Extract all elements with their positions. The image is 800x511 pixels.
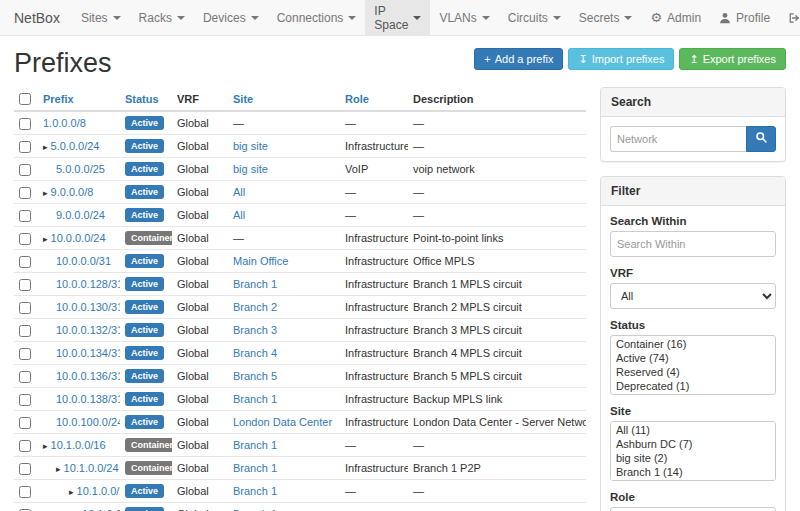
filter-multiselect-role[interactable]: Infrastructure (25)Management (8)Private… — [610, 507, 776, 511]
prefix-link[interactable]: 10.0.0.132/31 — [56, 324, 120, 336]
prefix-link[interactable]: 10.1.0.0/16 — [51, 439, 106, 451]
row-checkbox[interactable] — [19, 302, 31, 314]
prefix-link[interactable]: 10.0.0.136/31 — [56, 370, 120, 382]
row-checkbox[interactable] — [19, 394, 31, 406]
brand[interactable]: NetBox — [10, 0, 72, 35]
prefix-link[interactable]: 9.0.0.0/8 — [51, 186, 94, 198]
button-label: Add a prefix — [495, 53, 554, 65]
sort-link-status[interactable]: Status — [125, 93, 159, 105]
status-badge: Active — [125, 369, 164, 383]
site-link[interactable]: Branch 1 — [233, 485, 277, 497]
prefix-link[interactable]: 10.0.0.130/31 — [56, 301, 120, 313]
row-checkbox[interactable] — [19, 348, 31, 360]
site-link[interactable]: Branch 2 — [233, 301, 277, 313]
row-checkbox[interactable] — [19, 141, 31, 153]
row-checkbox[interactable] — [19, 164, 31, 176]
site-link[interactable]: London Data Center — [233, 416, 332, 428]
nav-item-sites[interactable]: Sites — [72, 0, 130, 35]
description-cell: Branch 1 P2P — [408, 457, 586, 480]
site-cell: — — [228, 111, 340, 135]
prefix-link[interactable]: 10.0.0.128/31 — [56, 278, 120, 290]
nav-item-vlans[interactable]: VLANs — [430, 0, 498, 35]
nav-item-devices[interactable]: Devices — [194, 0, 268, 35]
row-checkbox[interactable] — [19, 325, 31, 337]
main-content: PrefixStatusVRFSiteRoleDescription 1.0.0… — [14, 87, 586, 511]
row-checkbox[interactable] — [19, 486, 31, 498]
add-a-prefix-button[interactable]: +Add a prefix — [474, 48, 563, 70]
vrf-cell: Global — [172, 342, 228, 365]
sort-link-prefix[interactable]: Prefix — [43, 93, 74, 105]
row-checkbox[interactable] — [19, 210, 31, 222]
nav-item-secrets[interactable]: Secrets — [570, 0, 642, 35]
table-row: ▸9.0.0.0/8ActiveGlobalAll—— — [14, 181, 586, 204]
nav-item-circuits[interactable]: Circuits — [499, 0, 570, 35]
nav-item-connections[interactable]: Connections — [268, 0, 366, 35]
vrf-cell: Global — [172, 457, 228, 480]
search-input[interactable] — [610, 126, 746, 152]
site-link[interactable]: Branch 4 — [233, 347, 277, 359]
site-link[interactable]: Branch 1 — [233, 462, 277, 474]
filter-input-search-within[interactable] — [610, 231, 776, 257]
site-link[interactable]: big site — [233, 163, 268, 175]
table-header-row: PrefixStatusVRFSiteRoleDescription — [14, 87, 586, 111]
site-link[interactable]: Main Office — [233, 255, 288, 267]
nav-item-label: Connections — [277, 11, 344, 25]
sort-link-role[interactable]: Role — [345, 93, 369, 105]
status-badge: Active — [125, 254, 164, 268]
row-checkbox[interactable] — [19, 417, 31, 429]
import-prefixes-button[interactable]: ↧Import prefixes — [568, 48, 674, 70]
column-header-role[interactable]: Role — [340, 87, 408, 111]
filter-select-vrf[interactable]: All — [610, 283, 776, 309]
nav-item-log-out[interactable]: Log out — [779, 0, 800, 35]
role-cell: Infrastructure — [340, 296, 408, 319]
row-checkbox[interactable] — [19, 187, 31, 199]
sort-link-site[interactable]: Site — [233, 93, 253, 105]
row-checkbox[interactable] — [19, 440, 31, 452]
site-link[interactable]: Branch 1 — [233, 393, 277, 405]
site-link[interactable]: Branch 1 — [233, 439, 277, 451]
prefix-link[interactable]: 9.0.0.0/24 — [56, 209, 105, 221]
site-cell: Branch 1 — [228, 273, 340, 296]
site-link[interactable]: All — [233, 209, 245, 221]
description-cell: — — [408, 135, 586, 158]
column-header-prefix[interactable]: Prefix — [38, 87, 120, 111]
prefix-link[interactable]: 1.0.0.0/8 — [43, 117, 86, 129]
search-button[interactable] — [746, 126, 776, 152]
row-checkbox[interactable] — [19, 118, 31, 130]
row-checkbox[interactable] — [19, 233, 31, 245]
navbar: NetBox SitesRacksDevicesConnectionsIP Sp… — [0, 0, 800, 36]
table-row: ▸5.0.0.0/24ActiveGlobalbig siteInfrastru… — [14, 135, 586, 158]
column-header-site[interactable]: Site — [228, 87, 340, 111]
prefix-link[interactable]: 5.0.0.0/25 — [56, 163, 105, 175]
prefix-link[interactable]: 10.1.0.0/25 — [77, 485, 120, 497]
export-prefixes-button[interactable]: ↥Export prefixes — [679, 48, 786, 70]
site-link[interactable]: All — [233, 186, 245, 198]
site-link[interactable]: Branch 5 — [233, 370, 277, 382]
row-checkbox[interactable] — [19, 279, 31, 291]
prefix-link[interactable]: 10.0.0.134/31 — [56, 347, 120, 359]
site-link[interactable]: Branch 1 — [233, 278, 277, 290]
nav-item-profile[interactable]: Profile — [710, 0, 779, 35]
nav-item-admin[interactable]: ⚙Admin — [641, 0, 710, 35]
nav-item-ip-space[interactable]: IP Space — [365, 0, 430, 35]
select-all-checkbox[interactable] — [19, 93, 31, 105]
nav-item-racks[interactable]: Racks — [130, 0, 194, 35]
prefix-link[interactable]: 10.0.0.0/31 — [56, 255, 111, 267]
site-link[interactable]: Branch 3 — [233, 324, 277, 336]
prefix-link[interactable]: 10.0.100.0/24 — [56, 416, 120, 428]
row-checkbox[interactable] — [19, 371, 31, 383]
description-cell: — — [408, 204, 586, 227]
prefix-link[interactable]: 10.0.0.0/24 — [51, 232, 106, 244]
column-header-status[interactable]: Status — [120, 87, 172, 111]
filter-multiselect-status[interactable]: Container (16)Active (74)Reserved (4)Dep… — [610, 335, 776, 395]
site-link[interactable]: big site — [233, 140, 268, 152]
prefix-link[interactable]: 10.0.0.138/31 — [56, 393, 120, 405]
vrf-cell: Global — [172, 273, 228, 296]
filter-multiselect-site[interactable]: All (11)Ashburn DC (7)big site (2)Branch… — [610, 421, 776, 481]
caret-down-icon — [553, 16, 561, 20]
site-cell: London Data Center — [228, 411, 340, 434]
row-checkbox[interactable] — [19, 463, 31, 475]
prefix-link[interactable]: 5.0.0.0/24 — [51, 140, 100, 152]
row-checkbox[interactable] — [19, 256, 31, 268]
prefix-link[interactable]: 10.1.0.0/24 — [64, 462, 119, 474]
